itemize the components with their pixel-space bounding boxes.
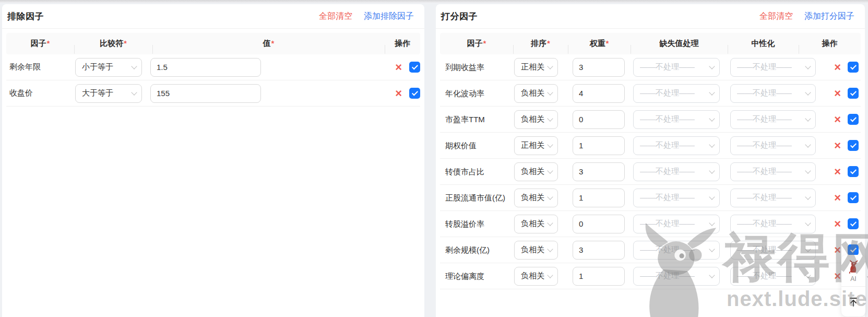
sort-direction-select[interactable]: 正相关 — [514, 58, 558, 77]
enable-row-checkbox[interactable] — [848, 114, 859, 125]
delete-row-icon[interactable]: × — [834, 271, 841, 281]
add-exclusion-factor-link[interactable]: 添加排除因子 — [364, 11, 414, 22]
neutralize-select[interactable]: ——不处理—— — [730, 215, 816, 233]
weight-input[interactable] — [573, 84, 625, 103]
clear-all-scoring-link[interactable]: 全部清空 — [759, 11, 793, 22]
check-icon — [850, 89, 856, 96]
ai-assistant-button[interactable]: AI — [841, 255, 865, 286]
neutralize-select[interactable]: ——不处理—— — [730, 241, 816, 260]
exclusion-panel-header: 排除因子 全部清空 添加排除因子 — [2, 4, 424, 29]
floating-toolbar: AI — [841, 255, 865, 316]
missing-value-select[interactable]: ——不处理—— — [633, 189, 720, 207]
weight-input[interactable] — [573, 162, 625, 181]
weight-input[interactable] — [573, 136, 625, 155]
comparator-select-value: 小于等于 — [82, 62, 113, 72]
delete-row-icon[interactable]: × — [834, 219, 841, 229]
delete-row-icon[interactable]: × — [395, 88, 402, 99]
enable-row-checkbox[interactable] — [409, 88, 420, 99]
neutralize-select[interactable]: ——不处理—— — [730, 267, 816, 286]
add-scoring-factor-link[interactable]: 添加打分因子 — [804, 11, 854, 22]
missing-value-select[interactable]: ——不处理—— — [633, 241, 720, 260]
value-input[interactable] — [150, 58, 261, 77]
clear-all-exclusion-link[interactable]: 全部清空 — [319, 11, 352, 22]
scoring-table-row: 转股溢价率 负相关 ——不处理—— — [440, 211, 861, 237]
sort-direction-select[interactable]: 负相关 — [514, 110, 558, 129]
sort-direction-value: 正相关 — [521, 140, 544, 150]
delete-row-icon[interactable]: × — [834, 88, 841, 99]
sort-direction-select[interactable]: 负相关 — [514, 84, 558, 103]
sort-direction-select[interactable]: 负相关 — [514, 162, 558, 181]
weight-input[interactable] — [573, 110, 625, 129]
missing-value-select[interactable]: ——不处理—— — [633, 110, 720, 129]
delete-row-icon[interactable]: × — [834, 167, 841, 177]
exclusion-factors-panel: 排除因子 全部清空 添加排除因子 因子* 比较符* 值* 操作 剩余年限 小于等… — [2, 4, 424, 317]
enable-row-checkbox[interactable] — [848, 62, 859, 73]
chevron-down-icon — [709, 220, 715, 226]
delete-row-icon[interactable]: × — [834, 62, 841, 73]
sort-direction-select[interactable]: 负相关 — [514, 215, 558, 233]
neutralize-select[interactable]: ——不处理—— — [730, 58, 816, 77]
sort-direction-value: 负相关 — [521, 245, 544, 255]
neutralize-select[interactable]: ——不处理—— — [730, 162, 816, 181]
weight-input[interactable] — [573, 267, 625, 286]
factor-name-label: 正股流通市值(亿) — [445, 192, 507, 204]
sort-direction-select[interactable]: 负相关 — [514, 189, 558, 207]
sort-direction-select[interactable]: 负相关 — [514, 241, 558, 260]
missing-value-placeholder: ——不处理—— — [640, 140, 695, 150]
sort-direction-value: 正相关 — [521, 62, 544, 72]
exclusion-table-body: 剩余年限 小于等于 × — [6, 54, 420, 107]
row-operations: × — [816, 166, 861, 177]
chevron-down-icon — [547, 272, 553, 278]
enable-row-checkbox[interactable] — [848, 166, 859, 177]
comparator-select[interactable]: 大于等于 — [75, 84, 142, 103]
delete-row-icon[interactable]: × — [834, 193, 841, 203]
enable-row-checkbox[interactable] — [848, 140, 859, 151]
chevron-down-icon — [709, 194, 715, 199]
delete-row-icon[interactable]: × — [834, 140, 841, 151]
neutralize-placeholder: ——不处理—— — [737, 140, 792, 150]
column-header-operation: 操作 — [799, 39, 861, 49]
exclusion-table-row: 收盘价 大于等于 × — [6, 80, 420, 107]
enable-row-checkbox[interactable] — [409, 62, 420, 73]
enable-row-checkbox[interactable] — [848, 88, 859, 99]
missing-value-select[interactable]: ——不处理—— — [633, 58, 720, 77]
sort-direction-select[interactable]: 负相关 — [514, 267, 558, 286]
column-header-comparator: 比较符* — [74, 39, 152, 49]
sort-direction-select[interactable]: 正相关 — [514, 136, 558, 155]
back-to-top-button[interactable] — [841, 286, 865, 316]
weight-input[interactable] — [573, 241, 625, 260]
row-operations: × — [816, 244, 861, 255]
scoring-table-row: 期权价值 正相关 ——不处理—— — [440, 133, 861, 159]
enable-row-checkbox[interactable] — [848, 244, 859, 255]
weight-input[interactable] — [573, 215, 625, 233]
missing-value-select[interactable]: ——不处理—— — [633, 162, 720, 181]
neutralize-select[interactable]: ——不处理—— — [730, 189, 816, 207]
required-asterisk: * — [47, 39, 50, 48]
sort-direction-value: 负相关 — [521, 193, 544, 203]
delete-row-icon[interactable]: × — [395, 62, 402, 73]
back-to-top-icon — [848, 297, 859, 307]
missing-value-select[interactable]: ——不处理—— — [633, 136, 720, 155]
neutralize-select[interactable]: ——不处理—— — [730, 110, 816, 129]
enable-row-checkbox[interactable] — [848, 192, 859, 203]
check-icon — [850, 115, 856, 122]
neutralize-select[interactable]: ——不处理—— — [730, 136, 816, 155]
comparator-select[interactable]: 小于等于 — [75, 58, 142, 77]
row-operations: × — [816, 88, 861, 99]
required-asterisk: * — [483, 39, 486, 48]
value-input[interactable] — [150, 84, 261, 103]
missing-value-select[interactable]: ——不处理—— — [633, 215, 720, 233]
missing-value-select[interactable]: ——不处理—— — [633, 267, 720, 286]
neutralize-select[interactable]: ——不处理—— — [730, 84, 816, 103]
weight-input[interactable] — [573, 189, 625, 207]
chevron-down-icon — [805, 63, 811, 69]
enable-row-checkbox[interactable] — [848, 218, 859, 229]
chevron-down-icon — [709, 63, 715, 69]
column-header-sort: 排序* — [513, 39, 568, 49]
missing-value-select[interactable]: ——不处理—— — [633, 84, 720, 103]
chevron-down-icon — [709, 142, 715, 147]
weight-input[interactable] — [573, 58, 625, 77]
missing-value-placeholder: ——不处理—— — [640, 88, 695, 98]
delete-row-icon[interactable]: × — [834, 245, 841, 255]
delete-row-icon[interactable]: × — [834, 114, 841, 125]
